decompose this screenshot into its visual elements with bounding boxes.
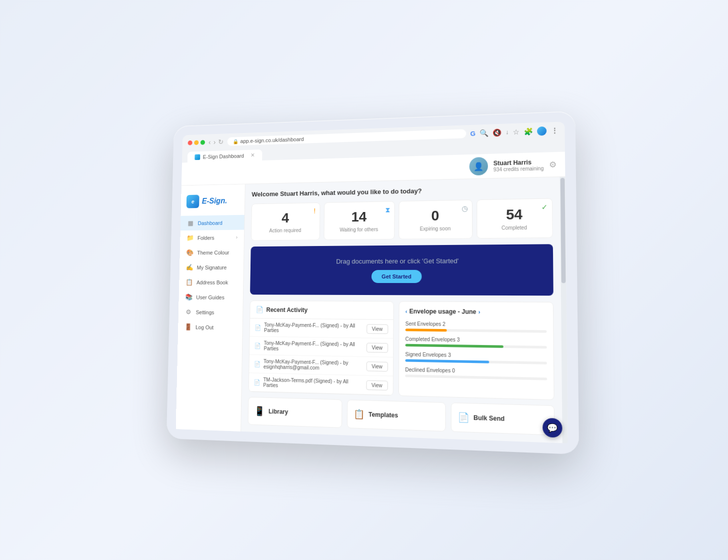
back-button[interactable]: ‹ [208, 138, 211, 146]
usage-prev-arrow[interactable]: ‹ [406, 308, 408, 314]
stat-completed[interactable]: ✓ 54 Completed [476, 198, 553, 238]
sidebar-item-address-book[interactable]: 📋 Address Book [179, 274, 244, 290]
sidebar-item-dashboard[interactable]: ▦ Dashboard [180, 214, 244, 230]
view-button-1[interactable]: View [366, 324, 388, 334]
activity-item-2: 📄 Tony-McKay-Payment-F... (Signed) - by … [250, 336, 393, 358]
tab-label: E-Sign Dashboard [203, 152, 244, 160]
settings-icon[interactable]: ⚙ [549, 159, 556, 169]
usage-bar-bg-signed [405, 359, 547, 364]
reload-button[interactable]: ↻ [218, 138, 224, 145]
doc-icon-4: 📄 [254, 378, 260, 385]
completed-icon: ✓ [542, 202, 548, 211]
avatar: 👤 [470, 156, 488, 175]
welcome-prefix: Welcome [252, 190, 280, 198]
stat-number-waiting: 14 [331, 208, 388, 225]
library-icon: 📱 [254, 405, 264, 416]
templates-icon: 📋 [354, 408, 364, 420]
logo-icon: e [186, 194, 200, 208]
usage-item-declined: Declined Envelopes 0 [405, 366, 547, 380]
usage-title: Envelope usage - June [410, 308, 476, 315]
user-info: Stuart Harris 934 credits remaining [494, 158, 544, 172]
sidebar-item-logout[interactable]: 🚪 Log Out [178, 319, 242, 335]
usage-item-sent: Sent Envelopes 2 [406, 320, 547, 332]
usage-bar-completed [406, 344, 504, 348]
download-icon: ↓ [506, 128, 508, 136]
puzzle-icon: 🧩 [524, 127, 533, 136]
sidebar-item-theme[interactable]: 🎨 Theme Colour [180, 244, 244, 260]
view-button-4[interactable]: View [366, 380, 388, 390]
activity-header-icon: 📄 [256, 306, 264, 313]
welcome-suffix: , what would you like to do today? [318, 187, 422, 196]
user-credits: 934 credits remaining [494, 165, 544, 172]
usage-bar-sent [406, 328, 447, 332]
library-label: Library [268, 408, 288, 415]
sidebar-label-signature: My Signature [197, 264, 227, 270]
usage-label-signed: Signed Envelopes 3 [405, 352, 546, 360]
scrollbar-thumb[interactable] [560, 178, 566, 282]
stat-label-waiting: Waiting for others [331, 226, 388, 232]
stat-number-action: 4 [258, 210, 312, 226]
activity-text-2: Tony-McKay-Payment-F... (Signed) - by Al… [264, 340, 363, 352]
action-required-icon: ! [314, 206, 316, 214]
welcome-message: Welcome Stuart Harris, what would you li… [252, 184, 552, 198]
folders-icon: 📁 [186, 234, 194, 241]
sidebar-item-folders[interactable]: 📁 Folders › [180, 230, 244, 245]
expiring-icon: ◷ [462, 204, 468, 212]
welcome-user: Stuart Harris [280, 189, 318, 197]
templates-label: Templates [368, 410, 398, 418]
forward-button[interactable]: › [214, 138, 216, 146]
sidebar-item-signature[interactable]: ✍ My Signature [180, 260, 244, 274]
get-started-button[interactable]: Get Started [372, 270, 422, 282]
quick-access-row: 📱 Library 📋 Templates 📄 Bulk Send [248, 396, 555, 435]
stat-action-required[interactable]: ! 4 Action required [251, 202, 320, 240]
url-text: app.e-sign.co.uk/dashboard [240, 136, 304, 144]
doc-icon-3: 📄 [254, 360, 260, 367]
sidebar-item-settings[interactable]: ⚙ Settings [178, 304, 243, 320]
stats-row: ! 4 Action required ⧗ 14 Waiting for oth… [251, 198, 553, 240]
activity-item-3: 📄 Tony-McKay-Payment-F... (Signed) - by … [249, 354, 393, 376]
activity-text-1: Tony-McKay-Payment-F... (Signed) - by Al… [264, 322, 364, 334]
sidebar-item-user-guides[interactable]: 📚 User Guides [178, 290, 243, 304]
tab-close-icon[interactable]: ✕ [250, 152, 255, 158]
activity-item-4: 📄 TM-Jackson-Terms.pdf (Signed) - by All… [249, 373, 393, 395]
usage-bar-bg-completed [406, 344, 547, 348]
stat-number-completed: 54 [484, 206, 544, 224]
stat-label-expiring: Expiring soon [406, 226, 464, 232]
stat-label-completed: Completed [484, 224, 544, 231]
sidebar: e E-Sign. ▦ Dashboard 📁 Folders › 🎨 Them… [176, 184, 246, 431]
doc-icon-2: 📄 [254, 342, 261, 348]
address-bar[interactable]: 🔒 app.e-sign.co.uk/dashboard [228, 129, 466, 146]
address-book-icon: 📋 [186, 278, 193, 286]
more-options-icon[interactable]: ⋮ [551, 126, 558, 134]
usage-label-completed: Completed Envelopes 3 [406, 336, 547, 344]
templates-card[interactable]: 📋 Templates [347, 400, 446, 432]
stat-expiring[interactable]: ◷ 0 Expiring soon [398, 200, 472, 239]
doc-icon-1: 📄 [254, 324, 261, 330]
activity-text-3: Tony-McKay-Payment-F... (Signed) - by es… [264, 358, 363, 372]
user-guides-icon: 📚 [185, 293, 192, 300]
stat-label-action: Action required [258, 227, 312, 233]
bookmark-icon: ☆ [513, 128, 520, 136]
chevron-right-icon: › [236, 234, 238, 240]
sidebar-label-dashboard: Dashboard [198, 220, 222, 226]
sidebar-label-theme: Theme Colour [197, 249, 229, 255]
stat-waiting[interactable]: ⧗ 14 Waiting for others [324, 201, 395, 240]
usage-bar-signed [405, 359, 489, 363]
google-icon: G [470, 130, 475, 137]
upload-zone[interactable]: Drag documents here or click 'Get Starte… [250, 244, 554, 296]
sidebar-label-folders: Folders [198, 234, 214, 240]
sidebar-label-user-guides: User Guides [196, 294, 224, 300]
usage-bar-bg-declined [405, 374, 547, 380]
theme-icon: 🎨 [186, 248, 194, 256]
usage-item-completed: Completed Envelopes 3 [406, 336, 547, 348]
upload-zone-text: Drag documents here or click 'Get Starte… [262, 256, 540, 266]
activity-panel: 📄 Recent Activity 📄 Tony-McKay-Payment-F… [248, 300, 394, 396]
dashboard-icon: ▦ [187, 219, 194, 226]
activity-panel-header: 📄 Recent Activity [250, 300, 393, 320]
usage-next-arrow[interactable]: › [478, 308, 480, 314]
view-button-2[interactable]: View [366, 342, 388, 352]
library-card[interactable]: 📱 Library [248, 396, 342, 428]
sidebar-label-logout: Log Out [196, 324, 214, 330]
bulk-send-card[interactable]: 📄 Bulk Send [451, 402, 554, 436]
view-button-3[interactable]: View [366, 361, 388, 371]
